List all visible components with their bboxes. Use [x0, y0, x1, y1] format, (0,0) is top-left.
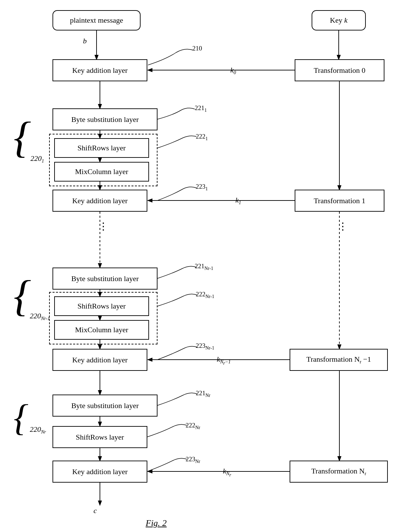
220-1-label: 2201: [30, 154, 44, 164]
k-nr1-label: kNr−1: [217, 355, 231, 366]
shiftrows-layer-nr: ShiftRows layer: [52, 426, 147, 448]
key-addition-layer-1: Key addition layer: [52, 190, 147, 212]
shiftrows-nr-label: ShiftRows layer: [76, 433, 124, 442]
ref-221-1-label: 2211: [195, 104, 207, 113]
key-k-box: Key k: [312, 10, 366, 30]
220-1-brace: {: [14, 115, 31, 159]
key-addition-layer-1-label: Key addition layer: [72, 196, 128, 205]
ref-223-nr1-label: 223Nr-1: [196, 342, 214, 351]
byte-sub-1-label: Byte substitution layer: [71, 115, 139, 124]
mixcolumn-layer-1: MixColumn layer: [54, 162, 149, 182]
dots-left: ⋮: [98, 220, 109, 232]
b-label: b: [83, 37, 87, 45]
c-output-label: c: [93, 506, 97, 515]
plaintext-box: plaintext message: [52, 10, 141, 30]
key-addition-layer-nr-label: Key addition layer: [72, 467, 128, 476]
transformation-1-box: Transformation 1: [295, 190, 384, 212]
transformation-nr1-label: Transformation Nr −1: [306, 355, 371, 365]
key-addition-layer-0: Key addition layer: [52, 59, 147, 81]
byte-substitution-layer-nr: Byte substitution layer: [52, 395, 158, 417]
ref-210-label: 210: [192, 45, 202, 52]
shiftrows-layer-nr1: ShiftRows layer: [54, 296, 149, 316]
fig-caption: Fig. 2: [146, 518, 167, 528]
shiftrows-nr1-label: ShiftRows layer: [78, 302, 126, 311]
shiftrows-layer-1: ShiftRows layer: [54, 138, 149, 158]
transformation-nr1-box: Transformation Nr −1: [290, 349, 388, 371]
key-addition-layer-0-label: Key addition layer: [72, 66, 128, 75]
byte-substitution-layer-1: Byte substitution layer: [52, 108, 158, 130]
shiftrows-1-label: ShiftRows layer: [78, 144, 126, 152]
mixcolumn-1-label: MixColumn layer: [75, 167, 128, 176]
byte-sub-nr-label: Byte substitution layer: [71, 401, 139, 410]
k0-label: k0: [230, 66, 236, 76]
transformation-0-label: Transformation 0: [314, 66, 365, 75]
diagram: plaintext message Key k b 210 Key additi…: [0, 0, 420, 529]
ref-222-nr1-label: 222Nr-1: [196, 291, 214, 299]
transformation-0-box: Transformation 0: [295, 59, 384, 81]
ref-222-nr-label: 222Nr: [186, 422, 200, 430]
key-addition-layer-nr: Key addition layer: [52, 461, 147, 483]
key-addition-layer-nr1-label: Key addition layer: [72, 356, 128, 364]
220-nr1-brace: {: [14, 274, 31, 318]
k1-label: k1: [235, 196, 241, 206]
ref-223-nr-label: 223Nr: [186, 456, 200, 464]
mixcolumn-nr1-label: MixColumn layer: [75, 325, 128, 334]
220-nr-brace: {: [14, 399, 28, 436]
transformation-1-label: Transformation 1: [314, 196, 365, 205]
key-k-label: Key k: [330, 16, 348, 25]
plaintext-label: plaintext message: [70, 16, 123, 25]
byte-substitution-layer-nr1: Byte substitution layer: [52, 268, 158, 290]
transformation-nr-box: Transformation Nr: [290, 461, 388, 483]
220-nr-label: 220Nr: [30, 425, 46, 435]
k-nr-label: kNr: [223, 467, 231, 478]
ref-221-nr1-label: 221Nr-1: [195, 262, 213, 271]
key-addition-layer-nr1: Key addition layer: [52, 349, 147, 371]
mixcolumn-layer-nr1: MixColumn layer: [54, 320, 149, 340]
dots-right: ⋮: [338, 220, 349, 232]
byte-sub-nr1-label: Byte substitution layer: [71, 274, 139, 283]
ref-223-1-label: 2231: [196, 183, 208, 192]
220-nr1-label: 220Nr-1: [30, 312, 50, 321]
transformation-nr-label: Transformation Nr: [311, 467, 366, 477]
ref-222-1-label: 2221: [196, 133, 208, 142]
ref-221-nr-label: 221Nr: [196, 389, 210, 398]
